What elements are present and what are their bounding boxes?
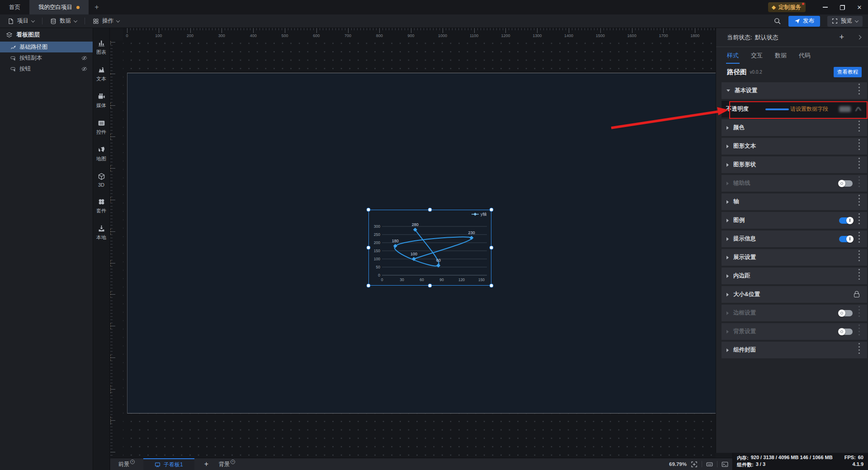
toggle-off[interactable] [839,180,853,187]
background-button[interactable]: 背景 + [214,461,240,468]
canvas-viewport[interactable]: 0501001502002503000306090120150100230180… [123,41,716,458]
shortcut-keys-button[interactable] [706,461,713,468]
data-bind-icon[interactable] [855,106,863,113]
toolbar-item-media[interactable]: 媒体 [96,93,106,109]
caret-right-icon[interactable] [726,219,729,222]
add-state-button[interactable]: + [839,33,844,42]
toggle-on[interactable] [839,217,853,224]
caret-right-icon[interactable] [726,348,729,352]
opacity-setting-row[interactable]: 不透明度请设置数据字段 [722,101,867,118]
more-menu-icon[interactable] [859,238,860,240]
section-图例[interactable]: 图例 [722,212,867,229]
tab-数据[interactable]: 数据 [775,47,787,64]
more-menu-icon[interactable] [859,312,860,314]
project-tab[interactable]: 我的空白项目 [29,0,89,14]
add-subboard-button[interactable]: + [198,460,214,468]
caret-right-icon[interactable] [726,256,729,259]
resize-handle[interactable] [367,284,371,288]
caret-right-icon[interactable] [726,330,729,334]
caret-right-icon[interactable] [726,163,729,167]
more-menu-icon[interactable] [859,146,860,147]
layer-item[interactable]: 按钮副本 [0,52,93,63]
project-tab[interactable]: 首页 [0,0,29,14]
toggle-visibility-button[interactable] [81,55,87,61]
more-menu-icon[interactable] [859,127,860,128]
search-button[interactable] [774,17,781,25]
resize-handle[interactable] [367,208,371,212]
resize-handle[interactable] [490,284,494,288]
more-menu-icon[interactable] [859,201,860,202]
caret-right-icon[interactable] [726,145,729,148]
toolbar-item-map[interactable]: 地图 [96,146,106,162]
add-background-icon[interactable]: + [231,460,235,464]
section-提示信息[interactable]: 提示信息 [722,230,867,247]
more-menu-icon[interactable] [859,331,860,332]
lock-icon[interactable] [854,293,859,297]
toolbar-item-chart[interactable]: 图表 [96,39,106,56]
minimize-button[interactable] [816,0,834,14]
section-内边距[interactable]: 内边距 [722,268,867,284]
caret-right-icon[interactable] [726,311,729,315]
menu-db[interactable]: 数据 [42,14,85,28]
preview-button[interactable]: 预览 [827,16,863,27]
resize-handle[interactable] [367,246,371,250]
tab-交互[interactable]: 交互 [751,47,763,64]
section-颜色[interactable]: 颜色 [722,119,867,136]
section-基本设置[interactable]: 基本设置 [722,82,867,99]
more-menu-icon[interactable] [859,183,860,184]
custom-service-badge[interactable]: ◆ 定制服务 [768,2,806,12]
tutorial-button[interactable]: 查看教程 [834,67,862,77]
toolbar-item-text[interactable]: 文本 [96,66,106,82]
tab-样式[interactable]: 样式 [727,47,739,64]
new-project-tab-button[interactable]: + [89,0,105,14]
caret-right-icon[interactable] [726,126,729,130]
restore-button[interactable] [834,0,851,14]
resize-handle[interactable] [490,208,494,212]
subboard-tab[interactable]: 子看板1 [143,458,194,470]
more-menu-icon[interactable] [859,164,860,165]
caret-right-icon[interactable] [726,182,729,185]
path-chart-component[interactable]: 0501001502002503000306090120150100230180… [368,210,491,286]
resize-handle[interactable] [490,246,494,250]
layer-item[interactable]: 按钮 [0,63,93,74]
toolbar-item-local[interactable]: 本地 [96,225,106,241]
section-组件封面[interactable]: 组件封面 [722,342,867,358]
section-轴[interactable]: 轴 [722,193,867,210]
section-图形文本[interactable]: 图形文本 [722,138,867,155]
layer-item[interactable]: 基础路径图 [0,42,93,52]
more-menu-icon[interactable] [859,220,860,221]
more-menu-icon[interactable] [859,257,860,258]
close-button[interactable]: ✕ [851,0,868,14]
toggle-off[interactable] [839,329,853,335]
toolbar-item-kit[interactable]: 套件 [96,198,106,214]
section-展示设置[interactable]: 展示设置 [722,249,867,266]
caret-down-icon[interactable] [726,89,730,92]
more-menu-icon[interactable] [859,349,860,351]
add-foreground-icon[interactable]: + [130,460,135,464]
section-背景设置[interactable]: 背景设置 [722,323,867,340]
caret-right-icon[interactable] [726,293,729,296]
console-button[interactable] [722,461,728,468]
chevron-right-icon[interactable] [857,35,862,40]
section-大小&位置[interactable]: 大小&位置 [722,286,867,303]
section-图形形状[interactable]: 图形形状 [722,156,867,173]
foreground-button[interactable]: 前景 + [114,461,139,468]
toggle-on[interactable] [839,236,853,242]
menu-grid[interactable]: 操作 [85,14,127,28]
publish-button[interactable]: 发布 [788,16,820,27]
toggle-off[interactable] [839,310,853,316]
menu-doc[interactable]: 项目 [0,14,42,28]
caret-right-icon[interactable] [726,200,729,204]
section-边框设置[interactable]: 边框设置 [722,305,867,321]
toggle-visibility-button[interactable] [81,66,87,72]
section-辅助线[interactable]: 辅助线 [722,175,867,192]
toolbar-item-widget[interactable]: 控件 [96,119,106,136]
resize-handle[interactable] [428,208,432,212]
caret-right-icon[interactable] [726,237,729,241]
fit-view-button[interactable] [691,461,698,468]
tab-代码[interactable]: 代码 [799,47,811,64]
caret-right-icon[interactable] [726,274,729,278]
toolbar-item-cube[interactable]: 3D [98,173,105,188]
more-menu-icon[interactable] [859,90,860,91]
opacity-slider[interactable]: 请设置数据字段 [765,108,837,110]
